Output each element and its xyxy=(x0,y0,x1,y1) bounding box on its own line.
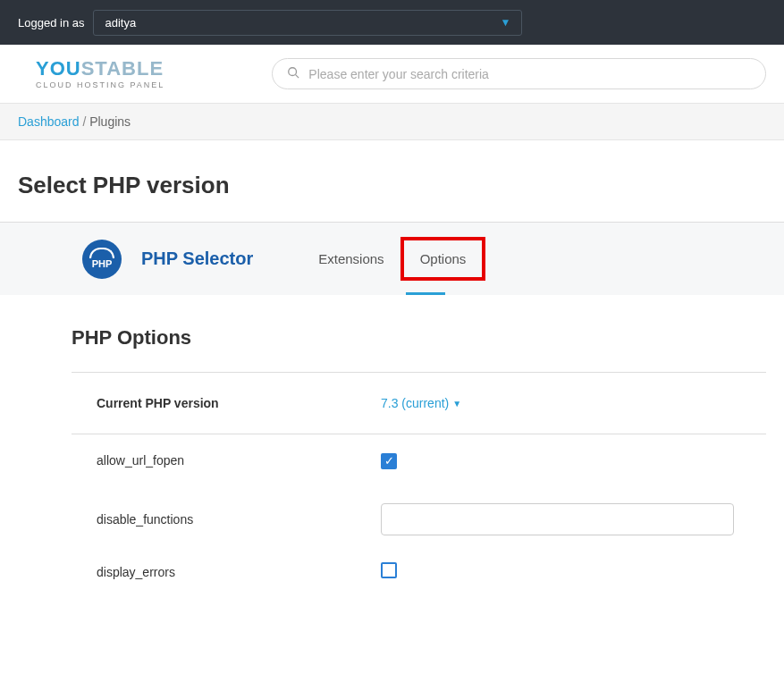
user-select-dropdown[interactable]: aditya ▼ xyxy=(93,10,522,36)
option-label: disable_functions xyxy=(72,512,381,527)
selector-title: PHP Selector xyxy=(141,249,253,269)
breadcrumb-separator: / xyxy=(82,114,89,129)
caret-down-icon: ▼ xyxy=(452,399,461,409)
header-bar: YOUSTABLE CLOUD HOSTING PANEL xyxy=(0,45,784,104)
logo-part2: STABLE xyxy=(81,57,164,80)
search-box[interactable] xyxy=(272,58,766,89)
tab-extensions[interactable]: Extensions xyxy=(302,240,400,277)
content-area: PHP Options Current PHP version 7.3 (cur… xyxy=(0,295,784,582)
logo-subtitle: CLOUD HOSTING PANEL xyxy=(36,80,164,89)
breadcrumb-current: Plugins xyxy=(89,114,131,129)
user-select-value: aditya xyxy=(105,16,136,29)
selector-header: PHP PHP Selector Extensions Options xyxy=(0,222,784,295)
php-version-value: 7.3 (current) xyxy=(381,396,449,410)
svg-line-1 xyxy=(296,75,299,79)
php-gauge-icon: PHP xyxy=(82,240,122,279)
top-bar: Logged in as aditya ▼ xyxy=(0,0,784,45)
tab-underline xyxy=(406,292,445,295)
tab-options[interactable]: Options xyxy=(400,237,486,281)
breadcrumb: Dashboard / Plugins xyxy=(0,104,784,140)
search-input[interactable] xyxy=(308,67,751,81)
option-row-disable-functions: disable_functions xyxy=(72,469,766,535)
logged-in-label: Logged in as xyxy=(18,16,84,29)
option-label: display_errors xyxy=(72,565,381,579)
logo[interactable]: YOUSTABLE CLOUD HOSTING PANEL xyxy=(36,59,164,89)
caret-down-icon: ▼ xyxy=(501,16,511,29)
svg-point-0 xyxy=(289,68,297,76)
logo-part1: YOU xyxy=(36,57,81,80)
option-label: allow_url_fopen xyxy=(72,453,381,468)
check-icon: ✓ xyxy=(384,454,394,468)
section-title: PHP Options xyxy=(72,326,766,373)
checkbox-allow-url-fopen[interactable]: ✓ xyxy=(381,453,397,469)
breadcrumb-link-dashboard[interactable]: Dashboard xyxy=(18,114,80,129)
search-icon xyxy=(287,66,299,81)
option-row-display-errors: display_errors xyxy=(72,535,766,582)
checkbox-display-errors[interactable] xyxy=(381,562,397,578)
option-row-allow-url-fopen: allow_url_fopen ✓ xyxy=(72,434,766,469)
page-title: Select PHP version xyxy=(0,140,784,222)
logo-main: YOUSTABLE xyxy=(36,59,164,79)
input-disable-functions[interactable] xyxy=(381,503,734,535)
option-label-current-version: Current PHP version xyxy=(72,396,381,410)
option-row-current-version: Current PHP version 7.3 (current) ▼ xyxy=(72,373,766,434)
php-version-dropdown[interactable]: 7.3 (current) ▼ xyxy=(381,396,461,410)
